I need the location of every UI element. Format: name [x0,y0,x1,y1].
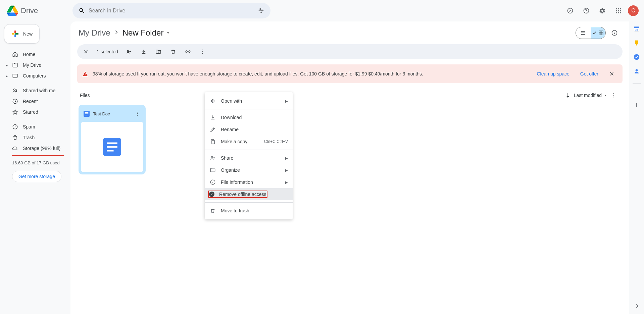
svg-point-13 [620,12,621,13]
rename-icon [209,126,216,133]
ctx-open-with[interactable]: Open with ▶ [205,95,293,107]
files-more-button[interactable] [608,89,620,101]
banner-text: 98% of storage used If you run out, you … [93,71,529,76]
clear-selection-button[interactable] [80,46,92,58]
ctx-trash[interactable]: Move to trash [205,205,293,217]
ctx-make-copy[interactable]: Make a copy Ctrl+C Ctrl+V [205,136,293,148]
delete-button[interactable] [167,46,179,58]
svg-point-31 [613,97,614,97]
chevron-down-icon [604,93,608,97]
breadcrumb-parent[interactable]: My Drive [79,28,110,38]
svg-rect-47 [634,27,639,28]
file-name: Test Doc [93,111,129,116]
sort-dropdown[interactable]: Last modified [574,93,608,98]
submenu-arrow-icon: ▶ [285,180,288,184]
search-icon[interactable] [75,4,89,17]
help-icon[interactable] [580,4,593,17]
chevron-right-icon [113,29,120,37]
new-button-label: New [23,31,33,37]
file-more-button[interactable] [133,109,142,118]
banner-close-button[interactable] [606,68,618,80]
keep-icon[interactable] [633,40,640,46]
dropdown-caret-icon [165,30,171,36]
nav-recent[interactable]: Recent [4,96,70,107]
header-actions: C [563,4,641,17]
selection-count: 1 selected [95,49,120,54]
ctx-organize[interactable]: Organize ▶ [205,164,293,176]
search-bar[interactable] [72,3,270,18]
nav-home[interactable]: Home [4,49,70,60]
ctx-offline-access[interactable]: ✓ Remove offline access [205,188,293,200]
nav-storage[interactable]: Storage (98% full) [4,143,70,154]
expand-caret-icon[interactable]: ▸ [6,74,8,78]
svg-point-26 [202,50,203,50]
cloud-icon [12,145,18,151]
open-with-icon [209,98,216,104]
svg-text:31: 31 [635,28,638,31]
plus-icon [11,30,19,38]
storage-text: 16.69 GB of 17 GB used [4,158,70,168]
brand-logo[interactable]: Drive [3,5,70,16]
account-avatar[interactable]: C [628,5,639,16]
ctx-share[interactable]: Share ▶ [205,152,293,164]
ctx-file-info[interactable]: File information ▶ [205,176,293,188]
add-addon-button[interactable] [630,98,643,112]
brand-name: Drive [21,6,38,15]
svg-rect-23 [601,33,603,35]
nav-shared[interactable]: Shared with me [4,85,70,96]
svg-point-44 [211,157,213,158]
search-filters-icon[interactable] [254,4,268,17]
svg-point-30 [613,95,614,96]
get-storage-button[interactable]: Get more storage [12,171,61,182]
svg-point-1 [261,10,262,11]
search-input[interactable] [89,8,254,14]
ctx-rename[interactable]: Rename [205,123,293,136]
breadcrumb-current[interactable]: New Folder [122,28,171,38]
submenu-arrow-icon: ▶ [285,99,288,103]
svg-rect-41 [107,146,117,148]
submenu-arrow-icon: ▶ [285,168,288,172]
offline-icon: ✓ [209,192,214,197]
info-button[interactable] [608,26,621,40]
nav-trash[interactable]: Trash [4,132,70,143]
settings-icon[interactable] [596,4,609,17]
nav-spam[interactable]: Spam [4,121,70,132]
apps-icon[interactable] [612,4,625,17]
grid-view-button[interactable] [591,27,605,39]
svg-point-51 [636,69,638,71]
svg-rect-21 [601,31,603,33]
contacts-icon[interactable] [633,68,640,74]
move-button[interactable] [152,46,164,58]
svg-rect-42 [107,150,113,152]
nav-computers[interactable]: ▸ Computers [4,70,70,81]
list-view-button[interactable] [576,27,591,39]
svg-rect-35 [85,115,87,115]
calendar-icon[interactable]: 31 [633,25,640,32]
nav-starred[interactable]: Starred [4,107,70,117]
svg-rect-33 [85,112,89,113]
get-offer-button[interactable]: Get offer [577,71,602,76]
ctx-download[interactable]: Download [205,111,293,123]
svg-point-29 [613,93,614,94]
svg-point-27 [202,51,203,52]
svg-point-37 [137,113,138,114]
hide-panel-button[interactable] [634,303,641,311]
more-button[interactable] [197,46,209,58]
storage-bar [12,155,65,156]
share-button[interactable] [123,46,135,58]
new-button[interactable]: New [4,24,40,44]
svg-rect-22 [599,33,601,35]
download-button[interactable] [138,46,150,58]
link-button[interactable] [182,46,194,58]
expand-caret-icon[interactable]: ▸ [6,63,8,67]
sort-direction-button[interactable] [562,89,574,101]
file-card[interactable]: Test Doc [79,105,146,174]
nav-my-drive[interactable]: ▸ My Drive [4,60,70,70]
warning-icon [82,70,89,77]
side-panel: 31 [629,21,644,314]
tasks-icon[interactable] [633,54,640,60]
offline-ready-icon[interactable] [563,4,577,17]
svg-point-12 [618,12,619,13]
drive-icon [12,62,18,68]
cleanup-button[interactable]: Clean up space [533,71,573,76]
